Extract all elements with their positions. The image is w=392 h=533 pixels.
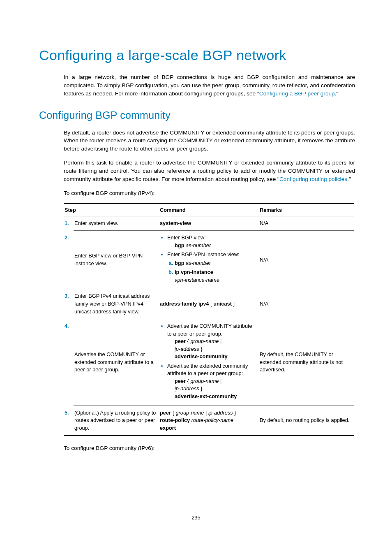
section-title-community: Configuring BGP community <box>39 109 355 121</box>
steps-table-ipv4: Step Command Remarks 1. Enter system vie… <box>64 203 354 436</box>
cmd-italic: group-name <box>175 410 204 416</box>
header-step: Step <box>64 204 159 216</box>
header-remarks: Remarks <box>259 204 354 216</box>
list-item: bgp as-number <box>175 260 256 267</box>
intro-paragraph: In a large network, the number of BGP co… <box>64 73 355 98</box>
cmd-bold: export <box>160 425 176 431</box>
cmd-bold: advertise-ext-community <box>175 393 237 399</box>
step-remarks: By default, no routing policy is applied… <box>259 406 354 436</box>
list-item: Advertise the extended community attribu… <box>167 362 256 401</box>
cmd-bold: peer <box>175 378 186 384</box>
list-item: Enter BGP-VPN instance view: bgp as-numb… <box>167 251 256 284</box>
cmd-bold: unicast <box>213 301 232 307</box>
cmd-text: Advertise the extended community attribu… <box>167 363 248 377</box>
cmd-plain: | <box>219 338 221 344</box>
cmd-italic: ip-address <box>208 410 233 416</box>
cmd-text: Enter BGP-VPN instance view: <box>167 251 240 257</box>
step-description: Enter BGP view or BGP-VPN instance view. <box>74 231 159 289</box>
step-command: system-view <box>159 216 259 231</box>
cmd-text: Enter BGP view: <box>167 234 206 241</box>
cmd-italic: route-policy-name <box>191 417 233 423</box>
cmd-bold: bgp <box>175 242 184 248</box>
step-description: (Optional.) Apply a routing policy to ro… <box>74 406 159 436</box>
cmd-plain: | <box>219 378 221 384</box>
step-remarks: N/A <box>259 216 354 231</box>
link-configuring-routing-policies[interactable]: Configuring routing policies <box>279 176 347 182</box>
step-remarks: By default, the COMMUNITY or extended co… <box>259 319 354 406</box>
step-number: 1. <box>64 216 74 231</box>
paragraph-ipv6-lead: To configure BGP community (IPv6): <box>64 444 355 452</box>
step-command: peer { group-name | ip-address } route-p… <box>159 406 259 436</box>
step-number: 4. <box>64 319 74 406</box>
cmd-plain: { <box>186 338 190 344</box>
step-number: 3. <box>64 289 74 319</box>
cmd-plain: } <box>199 346 203 352</box>
cmd-italic: ip-address <box>175 385 199 392</box>
list-item: ip vpn-instancevpn-instance-name <box>175 269 256 284</box>
document-page: Configuring a large-scale BGP network In… <box>0 0 392 533</box>
table-row: 3. Enter BGP IPv4 unicast address family… <box>64 289 354 319</box>
table-row: 1. Enter system view. system-view N/A <box>64 216 354 231</box>
link-configuring-peer-group[interactable]: Configuring a BGP peer group <box>259 90 335 97</box>
cmd-plain: } <box>199 385 203 392</box>
header-command: Command <box>159 204 259 216</box>
cmd-plain: [ <box>209 301 214 307</box>
cmd-italic: as-number <box>186 242 211 248</box>
cmd-italic: vpn-instance-name <box>175 277 219 283</box>
intro-text-b: ." <box>335 90 339 97</box>
cmd-bold: advertise-community <box>175 353 228 359</box>
cmd-italic: group-name <box>190 338 219 344</box>
cmd-italic: as-number <box>186 260 211 266</box>
step-command: Enter BGP view: bgp as-number Enter BGP-… <box>159 231 259 289</box>
cmd-plain: ] <box>232 301 235 307</box>
cmd-plain: | <box>204 410 208 416</box>
cmd-bold: address-family ipv4 <box>160 301 209 307</box>
table-row: 5. (Optional.) Apply a routing policy to… <box>64 406 354 436</box>
step-command: address-family ipv4 [ unicast ] <box>159 289 259 319</box>
cmd-plain: { <box>171 410 175 416</box>
cmd-bold: route-policy <box>160 417 190 423</box>
table-row: 4. Advertise the COMMUNITY or extended c… <box>64 319 354 406</box>
cmd-plain: } <box>233 410 236 416</box>
step-number: 2. <box>64 231 74 289</box>
step-command: Advertise the COMMUNITY attribute to a p… <box>159 319 259 406</box>
page-title: Configuring a large-scale BGP network <box>39 47 355 63</box>
paragraph-default-behavior: By default, a router does not advertise … <box>64 129 355 153</box>
step-description: Advertise the COMMUNITY or extended comm… <box>74 319 159 406</box>
cmd-italic: group-name <box>190 378 219 384</box>
cmd-bold: ip vpn-instance <box>175 269 213 275</box>
step-remarks: N/A <box>259 231 354 289</box>
page-number: 235 <box>0 514 392 521</box>
p3-text-b: ." <box>347 176 351 182</box>
cmd-bold: peer <box>175 338 186 344</box>
cmd-plain: { <box>186 378 190 384</box>
cmd-bold: peer <box>160 410 171 416</box>
paragraph-ipv4-lead: To configure BGP community (IPv4): <box>64 189 355 197</box>
step-number: 5. <box>64 406 74 436</box>
step-description: Enter BGP IPv4 unicast address family vi… <box>74 289 159 319</box>
cmd-italic: ip-address <box>175 346 199 352</box>
list-item: Enter BGP view: bgp as-number <box>167 234 256 249</box>
cmd-text: Advertise the COMMUNITY attribute to a p… <box>167 323 252 337</box>
cmd-bold: bgp <box>175 260 184 266</box>
list-item: Advertise the COMMUNITY attribute to a p… <box>167 322 256 361</box>
paragraph-task-description: Perform this task to enable a router to … <box>64 159 355 183</box>
table-row: 2. Enter BGP view or BGP-VPN instance vi… <box>64 231 354 289</box>
step-description: Enter system view. <box>74 216 159 231</box>
step-remarks: N/A <box>259 289 354 319</box>
